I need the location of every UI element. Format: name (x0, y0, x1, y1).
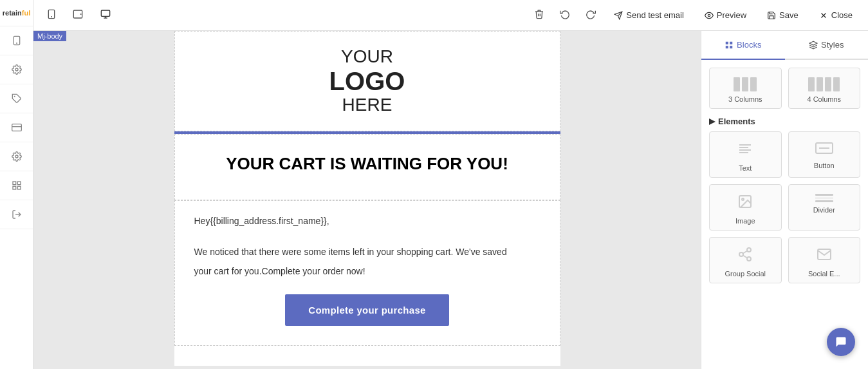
preview-button[interactable]: Preview (699, 8, 752, 23)
block-image[interactable]: Image (709, 184, 782, 231)
svg-point-2 (15, 68, 18, 71)
text-label: Text (739, 164, 752, 172)
button-icon (815, 141, 833, 158)
top-actions: Send test email Preview Save Close (531, 6, 858, 24)
email-content-block[interactable]: Hey{{billing_address.first_name}}, We no… (174, 200, 560, 346)
email-logo: YOUR LOGO HERE (329, 47, 405, 115)
content-body-1: We noticed that there were some items le… (194, 245, 540, 259)
content-area: Mj-body YOUR LOGO HERE YOUR CART IS WAIT… (33, 31, 868, 369)
3col-icon (734, 77, 757, 91)
sidebar-icon-grid[interactable] (0, 171, 33, 200)
svg-rect-8 (17, 182, 21, 185)
mj-body-badge: Mj-body (33, 31, 66, 41)
svg-rect-25 (730, 41, 732, 44)
sidebar-icon-card[interactable] (0, 113, 33, 142)
text-icon (737, 141, 753, 160)
tablet-icon[interactable] (69, 6, 86, 24)
svg-line-40 (743, 256, 748, 258)
main-area: Send test email Preview Save Close Mj-bo… (33, 0, 868, 369)
svg-point-6 (15, 155, 18, 158)
right-panel-content: 3 Columns 4 Columns (701, 60, 868, 369)
tab-blocks[interactable]: Blocks (701, 31, 785, 60)
social-icon (817, 247, 832, 266)
image-label: Image (735, 217, 755, 225)
close-button[interactable]: Close (814, 8, 858, 23)
email-hero-block[interactable]: YOUR CART IS WAITING FOR YOU! (174, 134, 560, 200)
mobile-icon[interactable] (44, 6, 59, 24)
elements-section-title: Elements (709, 117, 860, 126)
4col-icon (808, 77, 840, 91)
send-test-email-button[interactable]: Send test email (609, 8, 689, 23)
button-label: Button (814, 162, 835, 169)
svg-point-38 (739, 252, 743, 256)
svg-rect-9 (13, 186, 16, 189)
image-icon (737, 194, 753, 213)
block-social-email[interactable]: Social E... (788, 237, 861, 283)
right-panel-tabs: Blocks Styles (701, 31, 868, 60)
svg-point-39 (747, 257, 751, 261)
block-button[interactable]: Button (788, 131, 861, 178)
top-bar: Send test email Preview Save Close (33, 0, 868, 31)
sidebar-icon-logout[interactable] (0, 200, 33, 229)
content-body-2: your cart for you.Complete your order no… (194, 264, 540, 278)
chat-bubble[interactable] (827, 328, 855, 356)
elements-grid: Text Button Image (709, 131, 860, 283)
group-social-label: Group Social (725, 270, 766, 278)
divider-label: Divider (813, 206, 835, 214)
share-icon (737, 247, 753, 266)
sidebar-icon-gear[interactable] (0, 142, 33, 171)
brand-logo: retainful (3, 9, 30, 17)
cta-button[interactable]: Complete your purchase (285, 294, 448, 326)
email-logo-block[interactable]: YOUR LOGO HERE (174, 31, 560, 131)
svg-point-21 (708, 14, 710, 17)
4col-label: 4 Columns (807, 95, 841, 103)
sidebar-icon-settings[interactable] (0, 55, 33, 84)
cta-button-wrapper: Complete your purchase (194, 294, 540, 326)
trash-icon[interactable] (531, 6, 547, 24)
right-panel: Blocks Styles 3 Columns (701, 31, 868, 369)
undo-icon[interactable] (557, 6, 573, 24)
block-divider[interactable]: Divider (788, 184, 861, 231)
svg-line-41 (743, 251, 748, 254)
email-canvas: YOUR LOGO HERE YOUR CART IS WAITING FOR … (174, 31, 560, 366)
svg-point-36 (742, 198, 744, 200)
columns-grid: 3 Columns 4 Columns (709, 68, 860, 109)
desktop-icon[interactable] (97, 6, 115, 24)
device-icons (44, 6, 115, 24)
left-sidebar: retainful (0, 0, 33, 369)
svg-rect-24 (726, 41, 728, 44)
content-greeting: Hey{{billing_address.first_name}}, (194, 214, 540, 228)
svg-marker-28 (709, 118, 716, 125)
svg-rect-10 (17, 186, 21, 189)
svg-rect-16 (101, 10, 109, 16)
svg-point-37 (747, 248, 751, 252)
save-button[interactable]: Save (762, 8, 804, 23)
svg-rect-4 (12, 124, 21, 131)
svg-rect-27 (730, 46, 732, 48)
tab-styles[interactable]: Styles (785, 31, 869, 59)
hero-title: YOUR CART IS WAITING FOR YOU! (201, 154, 534, 174)
block-4col[interactable]: 4 Columns (788, 68, 861, 109)
logo-area: retainful (0, 0, 33, 26)
block-group-social[interactable]: Group Social (709, 237, 782, 283)
svg-rect-26 (726, 46, 728, 48)
svg-rect-7 (13, 182, 16, 185)
redo-icon[interactable] (583, 6, 598, 24)
3col-label: 3 Columns (728, 95, 762, 103)
block-3col[interactable]: 3 Columns (709, 68, 782, 109)
block-text[interactable]: Text (709, 131, 782, 178)
social-email-label: Social E... (808, 270, 840, 278)
canvas-area: Mj-body YOUR LOGO HERE YOUR CART IS WAIT… (33, 31, 701, 369)
sidebar-icon-discount[interactable] (0, 84, 33, 113)
divider-icon (815, 194, 833, 202)
sidebar-icon-mobile[interactable] (0, 26, 33, 55)
